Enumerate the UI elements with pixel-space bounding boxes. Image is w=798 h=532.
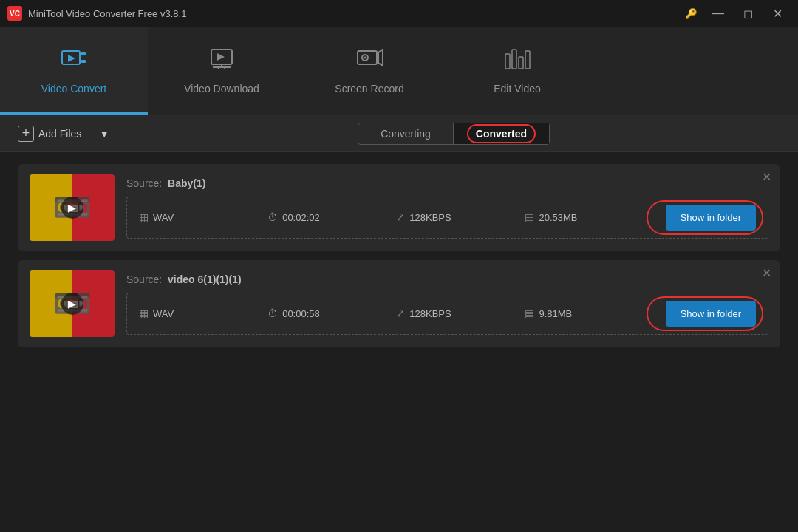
file-2-source: Source: video 6(1)(1)(1)	[126, 273, 768, 285]
file-1-source-name: Baby(1)	[168, 177, 205, 189]
add-icon: +	[18, 126, 34, 142]
nav-video-download-label: Video Download	[184, 83, 259, 95]
file-2-details: ▦ WAV ⏱ 00:00:58 ⤢ 128KBPS ▤ 9.81MB	[126, 293, 768, 335]
video-convert-icon	[61, 45, 87, 77]
app-icon: VC	[7, 6, 22, 21]
nav-video-download[interactable]: Video Download	[148, 27, 296, 115]
add-files-button[interactable]: + Add Files	[12, 123, 87, 145]
file-2-duration-value: 00:00:58	[282, 308, 320, 319]
edit-video-icon	[504, 45, 531, 77]
duration-1-icon: ⏱	[267, 211, 278, 223]
svg-marker-1	[68, 55, 75, 62]
nav-edit-video[interactable]: Edit Video	[443, 27, 591, 115]
file-1-duration-value: 00:02:02	[282, 212, 320, 223]
svg-rect-12	[505, 54, 510, 69]
close-card-1-button[interactable]: ✕	[762, 171, 771, 183]
screen-record-icon	[356, 45, 383, 77]
file-2-size-value: 9.81MB	[539, 308, 572, 319]
format-1-icon: ▦	[139, 211, 149, 223]
file-1-size: ▤ 20.53MB	[525, 211, 653, 223]
show-folder-2-label: Show in folder	[681, 308, 741, 319]
file-1-bitrate-value: 128KBPS	[409, 212, 451, 223]
bitrate-1-icon: ⤢	[396, 211, 405, 223]
file-2-size: ▤ 9.81MB	[525, 307, 653, 319]
tab-converted-label: Converted	[476, 128, 527, 140]
svg-rect-15	[525, 51, 530, 69]
tab-converted-wrapper: Converted	[476, 128, 527, 140]
navbar: Video Convert Video Download Screen Reco…	[0, 27, 798, 115]
svg-rect-2	[81, 52, 86, 55]
size-1-icon: ▤	[525, 211, 534, 223]
file-1-info: Source: Baby(1) ▦ WAV ⏱ 00:02:02 ⤢ 128KB…	[126, 177, 768, 239]
titlebar: VC MiniTool Video Converter Free v3.8.1 …	[0, 0, 798, 27]
svg-rect-3	[81, 60, 86, 63]
nav-edit-video-label: Edit Video	[494, 83, 541, 95]
duration-2-icon: ⏱	[267, 307, 278, 319]
nav-video-convert-label: Video Convert	[41, 83, 106, 95]
size-2-icon: ▤	[525, 307, 534, 319]
show-folder-2-button[interactable]: Show in folder	[666, 301, 756, 327]
app-title: MiniTool Video Converter Free v3.8.1	[28, 8, 186, 19]
tab-converting-label: Converting	[381, 128, 431, 140]
key-button[interactable]: 🔑	[680, 3, 702, 24]
nav-screen-record-label: Screen Record	[335, 83, 403, 95]
file-1-format: ▦ WAV	[139, 211, 267, 223]
play-2-overlay[interactable]: ▶	[61, 293, 83, 315]
bitrate-2-icon: ⤢	[396, 307, 405, 319]
restore-button[interactable]: ◻	[734, 3, 761, 24]
file-1-bitrate: ⤢ 128KBPS	[396, 211, 525, 223]
show-folder-1-button[interactable]: Show in folder	[666, 205, 756, 231]
nav-video-convert[interactable]: Video Convert	[0, 27, 148, 115]
file-1-format-value: WAV	[153, 212, 174, 223]
titlebar-controls: 🔑 — ◻ ✕	[680, 3, 791, 24]
add-files-dropdown[interactable]: ▼	[96, 125, 112, 143]
file-card-2: ✕ 📼 ▶ Source: video 6(1)(1)(1) ▦ WAV ⏱	[18, 260, 780, 347]
file-1-source: Source: Baby(1)	[126, 177, 768, 189]
file-1-thumbnail: 📼 ▶	[30, 174, 115, 241]
video-download-icon	[208, 45, 235, 77]
close-button[interactable]: ✕	[764, 3, 791, 24]
file-2-thumbnail: 📼 ▶	[30, 270, 115, 337]
toolbar: + Add Files ▼ Converting Converted	[0, 115, 798, 152]
tab-converted[interactable]: Converted	[454, 123, 549, 144]
nav-screen-record[interactable]: Screen Record	[296, 27, 443, 115]
file-2-duration: ⏱ 00:00:58	[267, 307, 396, 319]
svg-rect-13	[512, 50, 516, 69]
svg-marker-5	[217, 53, 225, 61]
svg-marker-9	[378, 50, 383, 66]
file-2-format: ▦ WAV	[139, 307, 267, 319]
file-2-format-value: WAV	[153, 308, 174, 319]
file-2-info: Source: video 6(1)(1)(1) ▦ WAV ⏱ 00:00:5…	[126, 273, 768, 335]
file-1-details: ▦ WAV ⏱ 00:02:02 ⤢ 128KBPS ▤ 20.53MB	[126, 197, 768, 239]
content-area: ✕ 📼 ▶ Source: Baby(1) ▦ WAV ⏱ 00:02	[0, 152, 798, 359]
file-2-bitrate: ⤢ 128KBPS	[396, 307, 525, 319]
play-1-overlay[interactable]: ▶	[61, 197, 83, 219]
file-1-source-label: Source:	[126, 177, 162, 189]
show-folder-1-wrapper: Show in folder	[654, 205, 756, 231]
file-1-duration: ⏱ 00:02:02	[267, 211, 396, 223]
file-2-source-label: Source:	[126, 273, 162, 285]
minimize-button[interactable]: —	[705, 3, 732, 24]
file-card-1: ✕ 📼 ▶ Source: Baby(1) ▦ WAV ⏱ 00:02	[18, 164, 780, 251]
file-2-source-name: video 6(1)(1)(1)	[168, 273, 242, 285]
show-folder-2-wrapper: Show in folder	[654, 301, 756, 327]
svg-rect-14	[519, 57, 523, 69]
add-files-label: Add Files	[38, 128, 81, 140]
svg-point-11	[364, 56, 366, 58]
close-card-2-button[interactable]: ✕	[762, 267, 771, 279]
tab-converting[interactable]: Converting	[358, 123, 454, 144]
titlebar-left: VC MiniTool Video Converter Free v3.8.1	[7, 6, 186, 21]
show-folder-1-label: Show in folder	[681, 212, 741, 223]
file-1-size-value: 20.53MB	[539, 212, 577, 223]
format-2-icon: ▦	[139, 307, 149, 319]
file-2-bitrate-value: 128KBPS	[409, 308, 451, 319]
